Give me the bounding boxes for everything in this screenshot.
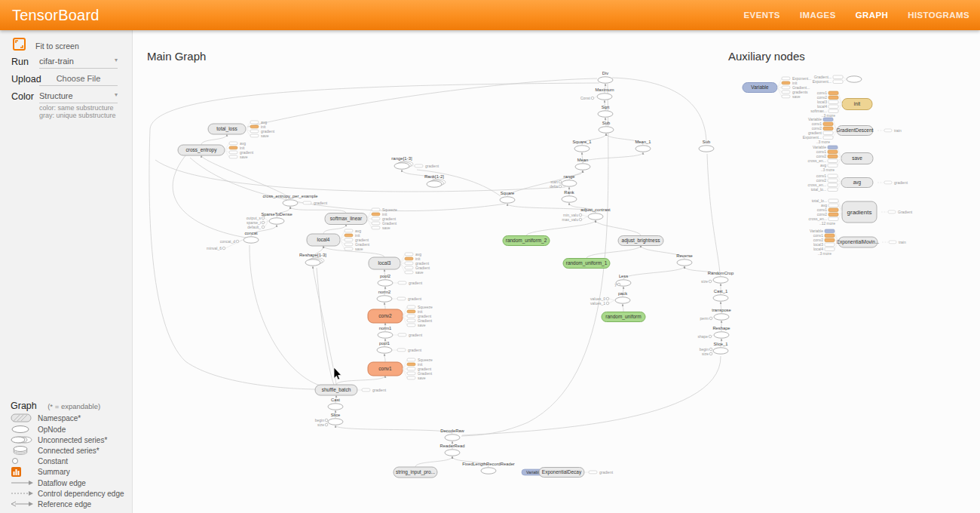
node-ru1[interactable]: random_uniform_1 <box>563 259 610 269</box>
svg-text:gradient: gradient <box>894 180 908 185</box>
tab-histograms[interactable]: HISTOGRAMS <box>908 11 969 20</box>
opnode-shape <box>713 348 728 354</box>
node-gradients[interactable]: gradientstotal_lo...avgconv1conv2cross_e… <box>809 198 913 226</box>
tab-events[interactable]: EVENTS <box>744 11 780 20</box>
node-pool1[interactable]: pool1gradient <box>377 341 422 353</box>
run-select[interactable]: cifar-train▾ <box>39 57 118 69</box>
node-norm1[interactable]: norm1gradient <box>378 326 423 338</box>
node-range13[interactable]: range[1-3]gradient <box>391 156 439 169</box>
node-avg[interactable]: avgconv1conv2cross_en...total_lo...gradi… <box>808 174 908 192</box>
constant-shape <box>325 423 328 426</box>
node-adjc[interactable]: adjust_contrastmin_valumax_valu <box>562 207 611 222</box>
node-totloss[interactable]: total_lossavginitgradientsave <box>208 120 275 138</box>
node-cepe[interactable]: cross_entropy_per_examplegradient <box>262 194 327 206</box>
choose-file-button[interactable]: Choose File <box>39 74 118 86</box>
node-slice[interactable]: Slicebeginsize <box>315 413 343 427</box>
svg-text:Reshape[1-3]: Reshape[1-3] <box>299 253 326 257</box>
annotation-chip <box>407 324 415 327</box>
node-auxop[interactable]: Gradient...Exponent... <box>813 75 862 84</box>
constant-shape <box>606 297 609 300</box>
svg-text:pack: pack <box>618 291 627 296</box>
svg-text:save: save <box>415 270 424 275</box>
node-reverse[interactable]: Reverse <box>676 253 693 266</box>
annotation-chip <box>823 136 833 140</box>
node-variable[interactable]: VariableExponent...initGradient...gradie… <box>743 76 811 99</box>
node-reshape13[interactable]: Reshape[1-3] <box>299 253 326 266</box>
node-pack[interactable]: packvalues_0values_1 <box>590 291 630 306</box>
node-local3[interactable]: local3avginitgradientGradientsave <box>369 252 430 275</box>
node-rcrop[interactable]: RandomCropsize <box>701 271 733 284</box>
node-square1[interactable]: Square_1 <box>572 140 591 152</box>
node-local4[interactable]: local4avginitgradientGradientsave <box>307 229 370 251</box>
svg-text:save: save <box>240 155 248 159</box>
node-sqrt[interactable]: Sqrt <box>598 105 613 117</box>
node-maximum[interactable]: MaximumConst <box>580 88 614 100</box>
graph-edge <box>623 266 684 279</box>
node-rank12[interactable]: Rank[1-2] <box>424 174 446 187</box>
node-conv2[interactable]: conv2SqueezeinitgradientGradientsave <box>368 305 433 327</box>
node-s2d[interactable]: SparseToDenseoutput_ssparse_idefault_ <box>247 212 292 229</box>
node-rread[interactable]: ReaderRead <box>440 444 465 456</box>
annotation-chip <box>828 179 838 183</box>
node-norm2[interactable]: norm2gradient <box>377 290 422 302</box>
node-ru[interactable]: random_uniform <box>602 312 645 322</box>
node-crossent[interactable]: cross_entropyavginitgradientsave <box>178 141 254 159</box>
opnode-shape <box>677 260 692 266</box>
node-mean1[interactable]: Mean_1 <box>635 140 651 152</box>
annotation-chip <box>372 226 380 229</box>
node-edecay[interactable]: ExponentialDecaygradient <box>539 468 614 478</box>
node-emavg[interactable]: ExponentialMovin...Variableconv1conv2loc… <box>810 229 906 256</box>
graph-edge <box>323 225 346 235</box>
node-gdescent[interactable]: GradientDescentVariableconv1conv2gradien… <box>803 117 902 144</box>
legend-item-constant: Constant <box>11 456 68 466</box>
svg-text:norm1: norm1 <box>379 326 391 330</box>
node-less[interactable]: Lessy <box>615 274 632 287</box>
node-draw[interactable]: DecodeRaw <box>440 429 464 441</box>
node-softmax[interactable]: softmax_linearSqueezeinitgradientGradien… <box>325 207 397 230</box>
node-sub2[interactable]: Sub <box>699 140 714 152</box>
svg-text:Gradient: Gradient <box>898 210 913 214</box>
node-reshape[interactable]: Reshapeshape <box>697 326 730 339</box>
node-save[interactable]: saveVariableconv1conv2cross_en...avg..3 … <box>808 145 873 172</box>
node-rank[interactable]: Rank <box>562 190 577 202</box>
node-square_m[interactable]: Square <box>500 191 515 203</box>
node-cast[interactable]: Cast <box>328 398 343 410</box>
node-slice1[interactable]: Slice_1beginsize <box>700 342 728 356</box>
graph-edge <box>201 155 290 199</box>
node-conv1[interactable]: conv1SqueezeinitgradientGradientsave <box>368 358 433 380</box>
node-sinput[interactable]: string_input_pro... <box>394 467 437 478</box>
legend-item-connected-series: Connected series* <box>11 445 100 456</box>
color-select[interactable]: Structure▾ <box>39 91 118 103</box>
node-range[interactable]: rangestartdelta <box>550 174 577 189</box>
tab-graph[interactable]: GRAPH <box>856 11 889 20</box>
constant-shape <box>709 317 712 320</box>
node-div[interactable]: Div <box>598 71 613 83</box>
tab-images[interactable]: IMAGES <box>800 11 836 20</box>
node-init[interactable]: initconv1conv2local3local4softmax.....3 … <box>810 91 872 118</box>
node-adjb[interactable]: adjust_brightness <box>618 236 663 246</box>
node-flrr[interactable]: FixedLengthRecordReader <box>462 462 515 474</box>
node-pool2[interactable]: pool2gradient <box>378 274 423 286</box>
node-sub[interactable]: Sub <box>599 121 614 133</box>
node-cast1[interactable]: Cast_1 <box>713 289 728 301</box>
svg-text:SparseToDense: SparseToDense <box>261 212 292 217</box>
svg-text:Exponent...: Exponent... <box>813 79 831 84</box>
constant-shape <box>709 348 712 351</box>
node-sbatch[interactable]: shuffle_batchgradient <box>315 385 387 395</box>
graph-edge <box>384 303 385 309</box>
svg-text:gradients: gradients <box>847 209 872 216</box>
fit-to-screen-button[interactable]: Fit to screen <box>13 38 79 54</box>
node-mean[interactable]: Mean <box>575 158 590 170</box>
app-header: TensorBoard EVENTS IMAGES GRAPH HISTOGRA… <box>0 0 980 30</box>
annotation-chip <box>828 96 838 100</box>
graph-canvas[interactable]: total_lossavginitgradientsavecross_entro… <box>0 0 980 513</box>
graph-edge-arc <box>250 245 323 386</box>
node-ru2[interactable]: random_uniform_2 <box>503 236 550 246</box>
annotation-chip <box>828 208 838 212</box>
svg-text:delta: delta <box>550 184 558 189</box>
opnode-shape <box>243 237 259 243</box>
svg-text:DecodeRaw: DecodeRaw <box>440 429 464 433</box>
node-concat[interactable]: concatconcat_dminval_6 <box>207 231 259 250</box>
graph-edge-arc <box>462 356 721 435</box>
node-transpose[interactable]: transposeperm <box>700 308 731 321</box>
